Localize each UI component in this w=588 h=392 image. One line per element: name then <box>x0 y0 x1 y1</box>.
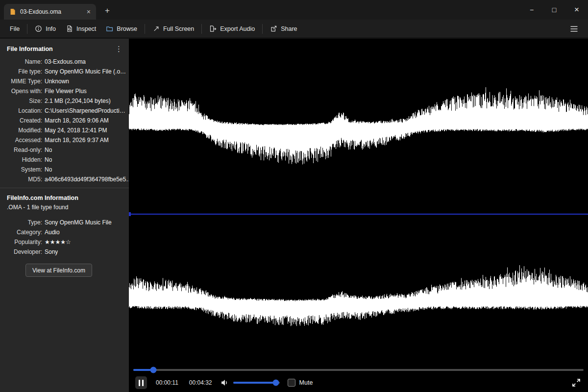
share-button[interactable]: Share <box>265 22 302 35</box>
expand-icon <box>571 377 582 388</box>
file-information-heading: File Information <box>7 46 112 52</box>
file-info-sidebar: File Information ⋮ Name:03-Exdous.oma Fi… <box>0 39 129 392</box>
row-value: 2.1 MB (2,204,104 bytes) <box>45 98 111 104</box>
info-row: Developer:Sony <box>0 247 129 257</box>
info-row: Accessed:March 18, 2026 9:37 AM <box>0 135 129 145</box>
row-value: No <box>45 147 52 153</box>
info-row: Hidden:No <box>0 155 129 165</box>
row-label: Name: <box>0 58 42 65</box>
mute-checkbox[interactable] <box>288 379 295 387</box>
info-row: Name:03-Exdous.oma <box>0 57 129 67</box>
full-screen-button[interactable]: Full Screen <box>147 22 199 35</box>
row-value: Sony OpenMG Music File <box>45 219 112 226</box>
info-row: Category:Audio <box>0 227 129 237</box>
row-label: Opens with: <box>0 88 42 95</box>
current-time-label: 00:00:11 <box>156 379 178 386</box>
menu-button[interactable] <box>565 23 583 35</box>
volume-handle[interactable] <box>272 380 279 386</box>
export-audio-button[interactable]: Export Audio <box>204 22 260 35</box>
browse-label: Browse <box>117 25 137 32</box>
info-label: Info <box>46 25 56 32</box>
tab-title: 03-Exdous.oma <box>20 8 81 15</box>
info-row: File type:Sony OpenMG Music File (.o… <box>0 67 129 76</box>
volume-slider[interactable] <box>233 379 280 387</box>
fullscreen-toggle-button[interactable] <box>571 377 582 388</box>
export-audio-label: Export Audio <box>220 25 255 32</box>
minimize-button[interactable]: − <box>520 0 543 20</box>
info-row: Type:Sony OpenMG Music File <box>0 218 129 227</box>
more-options-button[interactable]: ⋮ <box>112 45 126 52</box>
row-value: Audio <box>45 229 60 236</box>
row-value: No <box>45 166 52 173</box>
channel-separator-line <box>129 214 588 215</box>
row-label: MD5: <box>0 176 42 183</box>
info-row: Modified:May 24, 2018 12:41 PM <box>0 125 129 135</box>
pause-icon <box>142 380 144 386</box>
speaker-icon[interactable] <box>220 378 229 387</box>
seek-bar[interactable] <box>133 366 584 374</box>
info-row: Location:C:\Users\SharpenedProducti… <box>0 106 129 116</box>
info-row: MD5:a406c6493dd49f364798fbe5e5… <box>0 174 129 184</box>
row-label: Size: <box>0 98 42 104</box>
inspect-button[interactable]: Inspect <box>61 22 101 35</box>
row-label: File type: <box>0 68 42 75</box>
row-label: Developer: <box>0 248 42 255</box>
toolbar-separator <box>27 24 27 34</box>
row-value: Sony OpenMG Music File (.o… <box>45 68 126 75</box>
seek-track[interactable] <box>133 369 584 371</box>
row-value: Sony <box>45 248 58 255</box>
document-tab[interactable]: 03-Exdous.oma × <box>4 4 96 20</box>
info-icon <box>35 25 42 32</box>
audio-file-icon <box>9 8 16 15</box>
tab-close-icon[interactable]: × <box>85 8 92 16</box>
toolbar-separator <box>201 24 202 34</box>
pause-button[interactable] <box>135 376 147 389</box>
toolbar-separator <box>145 24 145 34</box>
close-button[interactable]: × <box>565 0 588 20</box>
file-menu-label: File <box>10 25 20 32</box>
info-row: Read-only:No <box>0 145 129 155</box>
row-label: Popularity: <box>0 239 42 245</box>
maximize-button[interactable]: □ <box>543 0 565 20</box>
row-value: No <box>45 156 52 163</box>
player-controls: 00:00:11 00:04:32 Mute <box>135 375 582 390</box>
popularity-stars: ★★★★☆ <box>45 239 71 245</box>
fileinfo-subheading: .OMA - 1 file type found <box>0 201 129 211</box>
row-value: C:\Users\SharpenedProducti… <box>45 107 125 114</box>
row-value: File Viewer Plus <box>45 88 87 95</box>
waveform-canvas <box>129 43 588 364</box>
info-row: Created:March 18, 2026 9:06 AM <box>0 116 129 125</box>
browse-button[interactable]: Browse <box>101 22 142 35</box>
titlebar: 03-Exdous.oma × + − □ × <box>0 0 588 20</box>
row-label: MIME Type: <box>0 78 42 85</box>
new-tab-button[interactable]: + <box>101 4 114 17</box>
row-label: Category: <box>0 229 42 236</box>
duration-label: 00:04:32 <box>189 379 212 386</box>
full-screen-label: Full Screen <box>163 25 194 32</box>
export-audio-icon <box>209 25 217 32</box>
share-label: Share <box>281 25 297 32</box>
seek-handle[interactable] <box>150 367 157 373</box>
mute-label: Mute <box>299 379 313 386</box>
row-value: Unknown <box>45 78 69 85</box>
row-value: March 18, 2026 9:37 AM <box>45 137 109 144</box>
file-viewer-plus-window: 03-Exdous.oma × + − □ × File Info <box>0 0 588 392</box>
channel-separator-tick <box>129 212 131 216</box>
row-label: System: <box>0 166 42 173</box>
info-row: System:No <box>0 165 129 174</box>
row-label: Location: <box>0 107 42 114</box>
row-label: Accessed: <box>0 137 42 144</box>
info-row: MIME Type:Unknown <box>0 76 129 86</box>
full-screen-arrow-icon <box>152 25 160 32</box>
volume-fill <box>233 382 276 384</box>
inspect-icon <box>66 25 73 32</box>
hamburger-icon <box>570 25 578 32</box>
toolbar-separator <box>262 24 263 34</box>
info-button[interactable]: Info <box>30 22 61 35</box>
row-label: Created: <box>0 117 42 124</box>
row-label: Modified: <box>0 127 42 134</box>
row-value: a406c6493dd49f364798fbe5e5… <box>45 176 129 183</box>
view-at-fileinfo-button[interactable]: View at FileInfo.com <box>25 264 92 277</box>
row-label: Hidden: <box>0 156 42 163</box>
file-menu-button[interactable]: File <box>5 23 24 35</box>
